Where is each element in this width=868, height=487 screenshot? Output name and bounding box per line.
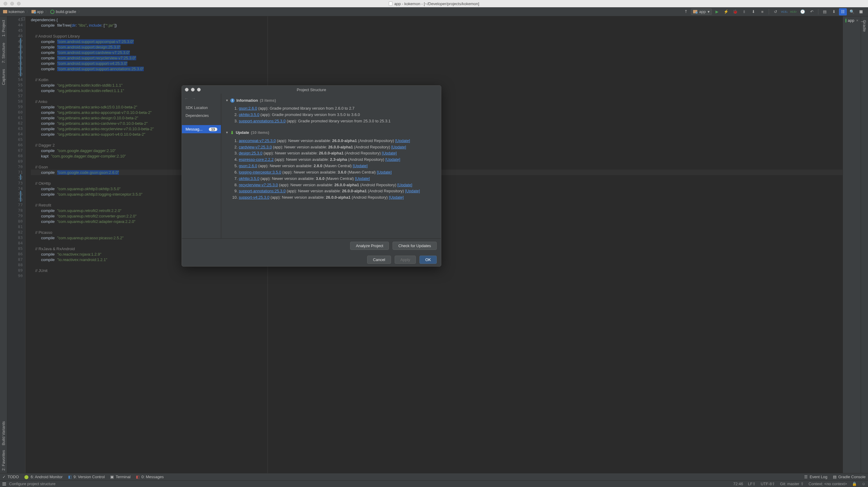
profile-button[interactable]: ⫴: [740, 8, 748, 16]
update-link[interactable]: [Update]: [377, 170, 392, 174]
dep-link[interactable]: support-annotations:25.3.0: [239, 189, 286, 193]
project-structure-dialog: Project Structure ← → SDK Location Depen…: [182, 85, 441, 266]
update-link[interactable]: [Update]: [385, 157, 400, 162]
dep-link[interactable]: support-annotations:25.3.0: [239, 119, 286, 123]
tool-messages[interactable]: ◧0: Messages: [136, 475, 164, 479]
apply-button[interactable]: Apply: [395, 256, 416, 264]
cancel-button[interactable]: Cancel: [367, 256, 391, 264]
layout-button[interactable]: [857, 8, 865, 16]
hide-icon[interactable]: —: [859, 18, 867, 25]
dep-link[interactable]: recyclerview-v7:25.3.0: [239, 183, 278, 187]
sync-button[interactable]: ↺: [771, 8, 779, 16]
sidebar-item-deps[interactable]: Dependencies: [182, 112, 221, 120]
dep-link[interactable]: gson:2.6.0: [239, 164, 257, 168]
avd-button[interactable]: ▤: [821, 8, 829, 16]
search-button[interactable]: 🔍: [848, 8, 856, 16]
dlg-close-dot[interactable]: [185, 88, 189, 91]
disclose-icon[interactable]: ▼: [225, 98, 228, 103]
git-branch[interactable]: Git: master ⇧: [780, 482, 804, 486]
close-icon[interactable]: ×: [856, 18, 859, 23]
bc-root[interactable]: kokemon: [8, 9, 25, 14]
line-ending[interactable]: LF⇧: [748, 482, 756, 486]
dep-link[interactable]: okhttp:3.5.0: [239, 112, 259, 117]
run-config-selector[interactable]: app ▾: [691, 8, 712, 15]
gradle-icon: [845, 19, 846, 23]
vcs-commit-icon[interactable]: VCS↑: [789, 8, 798, 16]
dlg-min-dot[interactable]: [191, 88, 195, 91]
update-link[interactable]: [Update]: [397, 183, 412, 187]
dep-link[interactable]: logging-interceptor:3.5.0: [239, 170, 281, 174]
update-link[interactable]: [Update]: [382, 151, 397, 155]
tool-captures[interactable]: Captures: [1, 67, 6, 88]
update-link[interactable]: [Update]: [352, 164, 367, 168]
lock-icon[interactable]: 🔒: [852, 482, 857, 486]
tool-favorites[interactable]: 2: Favorites: [1, 448, 6, 473]
gradle-icon: [50, 10, 55, 14]
tool-terminal[interactable]: ▣Terminal: [110, 475, 130, 479]
revert-button[interactable]: ↶: [808, 8, 816, 16]
window-controls[interactable]: [0, 2, 21, 5]
disclose-icon[interactable]: ▼: [225, 131, 228, 135]
module-icon: [31, 10, 36, 13]
tool-gradle-console[interactable]: ▤Gradle Console: [833, 475, 866, 479]
dep-link[interactable]: appcompat-v7:25.3.0: [239, 138, 276, 143]
nav-back-icon[interactable]: ←: [184, 96, 189, 101]
debug-button[interactable]: 🐞: [731, 8, 739, 16]
bc-file[interactable]: build.gradle: [56, 9, 76, 14]
tool-todo[interactable]: ✓TODO: [2, 475, 19, 479]
dep-link[interactable]: gson:2.6.0: [239, 106, 257, 111]
gradle-tab[interactable]: app ×: [844, 18, 860, 23]
menu-icon[interactable]: [2, 483, 6, 486]
update-link[interactable]: [Update]: [355, 176, 370, 181]
message-badge: 13: [209, 127, 217, 131]
hector-icon[interactable]: ☺: [862, 482, 866, 486]
app-icon: [693, 10, 697, 13]
attach-button[interactable]: ⬇: [749, 8, 757, 16]
close-dot[interactable]: [4, 2, 7, 5]
run-button[interactable]: ▶: [713, 8, 721, 16]
download-icon: ⬇: [230, 130, 234, 136]
vcs-update-icon[interactable]: VCS↓: [780, 8, 788, 16]
tool-version-control[interactable]: ◧9: Version Control: [68, 475, 105, 479]
info-icon: i: [230, 98, 235, 103]
encoding[interactable]: UTF-8⇧: [761, 482, 775, 486]
gutter[interactable]: 4344454647484950515253545556575859606162…: [7, 16, 25, 473]
dlg-zoom-dot[interactable]: [197, 88, 200, 91]
history-button[interactable]: 🕘: [799, 8, 807, 16]
check-updates-button[interactable]: Check for Updates: [393, 242, 437, 250]
make-button[interactable]: ⤒: [682, 8, 690, 16]
update-link[interactable]: [Update]: [389, 195, 404, 200]
tool-event-log[interactable]: ☰Event Log: [804, 475, 828, 479]
analyze-button[interactable]: Analyze Project: [350, 242, 389, 250]
breadcrumb[interactable]: kokemon 〉 app 〉 build.gradle 〉: [3, 9, 82, 14]
apply-changes-button[interactable]: ⚡: [722, 8, 730, 16]
context[interactable]: Context: <no context>: [809, 482, 847, 486]
update-link[interactable]: [Update]: [405, 189, 420, 193]
sidebar-item-sdk[interactable]: SDK Location: [182, 104, 221, 112]
update-link[interactable]: [Update]: [391, 145, 406, 149]
structure-button[interactable]: ☷: [839, 8, 847, 16]
info-list: gson:2.6.0 (app): Gradle promoted librar…: [225, 106, 437, 124]
info-header[interactable]: ▼ i Information (3 items): [225, 98, 437, 104]
tool-android-monitor[interactable]: ⬤6: Android Monitor: [24, 475, 63, 479]
tool-build-variants[interactable]: Build Variants: [1, 419, 6, 448]
tool-project[interactable]: 1: Project: [1, 18, 6, 39]
sidebar-item-messages[interactable]: Messag... 13: [182, 125, 221, 133]
min-dot[interactable]: [10, 2, 14, 5]
update-link[interactable]: [Update]: [395, 138, 410, 143]
dep-link[interactable]: okhttp:3.5.0: [239, 176, 259, 181]
ok-button[interactable]: OK: [420, 256, 437, 264]
nav-fwd-icon[interactable]: →: [192, 96, 196, 101]
sdk-button[interactable]: ⬇: [830, 8, 838, 16]
zoom-dot[interactable]: [17, 2, 21, 5]
stop-button[interactable]: ■: [758, 8, 766, 16]
dep-link[interactable]: support-v4:25.3.0: [239, 195, 269, 200]
dep-link[interactable]: design:25.3.0: [239, 151, 262, 155]
tool-structure[interactable]: 7: Structure: [1, 40, 6, 65]
dep-link[interactable]: cardview-v7:25.3.0: [239, 145, 272, 149]
dialog-titlebar[interactable]: Project Structure: [182, 86, 441, 93]
bc-module[interactable]: app: [37, 9, 43, 14]
update-header[interactable]: ▼ ⬇ Update (10 items): [225, 130, 437, 136]
dep-link[interactable]: espresso-core:2.2.2: [239, 157, 274, 162]
caret-pos[interactable]: 72:46: [733, 482, 743, 486]
